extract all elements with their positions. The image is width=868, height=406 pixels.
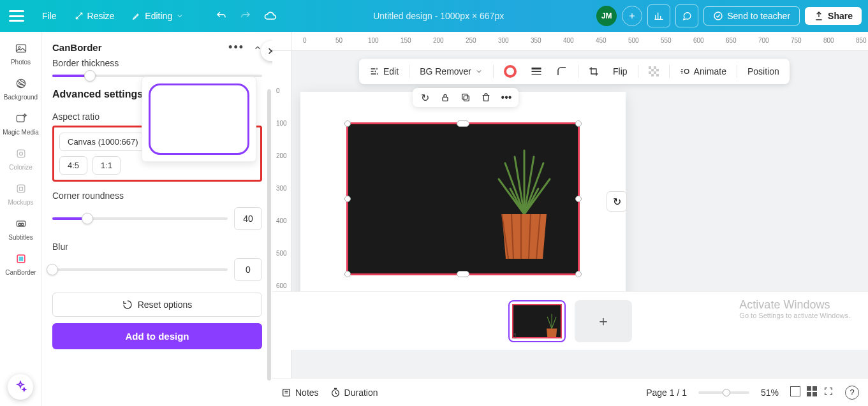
corner-value[interactable]: 40 — [234, 207, 262, 230]
selected-element[interactable] — [346, 122, 580, 275]
lock-icon — [440, 92, 450, 103]
blur-slider[interactable] — [52, 268, 228, 271]
thumb-preview — [513, 305, 561, 337]
duplicate-button[interactable] — [459, 91, 473, 105]
ratio-1-1[interactable]: 1:1 — [92, 156, 121, 175]
resize-handle[interactable] — [344, 271, 351, 277]
page-indicator[interactable]: Page 1 / 1 — [646, 388, 687, 398]
svg-rect-18 — [654, 71, 656, 74]
bg-remover-label: BG Remover — [420, 66, 471, 76]
blur-value[interactable]: 0 — [234, 258, 262, 281]
help-button[interactable]: ? — [845, 386, 859, 400]
send-to-teacher-button[interactable]: Send to teacher — [703, 6, 800, 25]
svg-rect-23 — [464, 96, 469, 101]
hatch-icon — [13, 76, 29, 91]
rail-background[interactable]: Background — [0, 72, 41, 105]
rail-magic-media[interactable]: Magic Media — [0, 107, 41, 140]
duration-button[interactable]: Duration — [330, 388, 378, 398]
redo-button[interactable] — [236, 6, 255, 25]
avatar[interactable]: JM — [596, 6, 617, 26]
check-circle-icon — [713, 11, 723, 21]
border-style-button[interactable] — [527, 64, 546, 78]
copy-icon — [460, 92, 471, 103]
resize-handle[interactable] — [457, 271, 469, 277]
rail-mockups[interactable]: Mockups — [0, 177, 41, 210]
canvas-area: 0501001502002503003504004505005506006507… — [272, 32, 868, 378]
color-swatch-icon — [504, 65, 517, 78]
editing-label: Editing — [145, 11, 172, 21]
delete-button[interactable] — [479, 91, 493, 105]
animate-button[interactable]: Animate — [676, 64, 730, 79]
position-button[interactable]: Position — [744, 64, 783, 79]
add-to-design-button[interactable]: Add to design — [52, 323, 262, 349]
crop-button[interactable] — [585, 64, 603, 79]
undo-button[interactable] — [212, 6, 231, 25]
lines-icon — [531, 67, 542, 76]
share-button[interactable]: Share — [805, 7, 862, 25]
mockup-icon — [13, 181, 29, 196]
redo-icon — [240, 10, 251, 22]
file-menu[interactable]: File — [36, 7, 63, 25]
border-color-button[interactable] — [500, 62, 520, 80]
rail-label: Subtitles — [8, 234, 33, 241]
panel-scrollbar[interactable] — [267, 89, 271, 381]
corner-slider-row: 40 — [52, 207, 262, 230]
bg-remover-button[interactable]: BG Remover — [416, 64, 487, 79]
flip-button[interactable]: Flip — [609, 64, 631, 79]
fullscreen-button[interactable] — [823, 386, 834, 398]
plant-image — [486, 144, 563, 268]
rail-label: Mockups — [8, 199, 33, 206]
view-grid-icon[interactable] — [807, 386, 817, 396]
chat-icon — [682, 11, 692, 21]
reset-button[interactable]: Reset options — [52, 293, 262, 317]
rail-canborder[interactable]: CanBorder — [0, 247, 41, 280]
windows-watermark: Activate Windows Go to Settings to activ… — [739, 298, 850, 319]
view-single-icon[interactable] — [790, 386, 800, 396]
menu-icon[interactable] — [9, 10, 24, 22]
corner-slider[interactable] — [52, 217, 228, 220]
panel-more-icon[interactable]: ••• — [228, 41, 244, 54]
resize-menu[interactable]: Resize — [68, 7, 121, 25]
corner-icon — [556, 66, 568, 77]
page-thumbnail[interactable]: 1 — [508, 300, 566, 342]
cloud-sync-button[interactable] — [260, 6, 281, 26]
insights-button[interactable] — [647, 4, 670, 27]
ratio-canvas[interactable]: Canvas (1000:667) — [59, 133, 147, 151]
rail-colorize[interactable]: Colorize — [0, 142, 41, 175]
rail-photos[interactable]: Photos — [0, 37, 41, 69]
resize-handle[interactable] — [575, 271, 582, 277]
mini-more-button[interactable]: ••• — [499, 91, 513, 105]
corner-style-button[interactable] — [552, 63, 571, 80]
resize-handle[interactable] — [344, 120, 351, 127]
comment-button[interactable] — [675, 4, 698, 27]
document-title[interactable]: Untitled design - 1000px × 667px — [286, 11, 591, 21]
resize-label: Resize — [87, 11, 115, 21]
zoom-value[interactable]: 51% — [761, 388, 779, 398]
crop-icon — [589, 66, 599, 76]
editing-dropdown[interactable]: Editing — [126, 7, 190, 25]
resize-handle[interactable] — [575, 120, 582, 127]
ratio-4-5[interactable]: 4:5 — [59, 156, 87, 175]
image-icon — [13, 41, 29, 56]
lock-button[interactable] — [438, 91, 452, 105]
svg-point-2 — [18, 47, 20, 48]
blur-slider-row: 0 — [52, 258, 262, 281]
refresh-canvas-button[interactable]: ↻ — [607, 191, 627, 212]
regenerate-button[interactable]: ↻ — [418, 91, 432, 105]
magic-button[interactable] — [8, 374, 33, 400]
page-number: 1 — [513, 333, 517, 340]
add-member-button[interactable] — [622, 6, 642, 26]
transparency-button[interactable] — [645, 64, 663, 79]
resize-handle[interactable] — [457, 120, 469, 127]
notes-button[interactable]: Notes — [281, 388, 319, 398]
add-page-button[interactable]: ＋ — [575, 300, 632, 342]
rail-subtitles[interactable]: CCSubtitles — [0, 212, 41, 245]
resize-handle[interactable] — [344, 196, 351, 202]
adjust-icon — [369, 66, 379, 76]
colorize-icon — [13, 146, 29, 161]
resize-handle[interactable] — [575, 196, 582, 202]
edit-button[interactable]: Edit — [365, 64, 402, 79]
zoom-slider[interactable] — [698, 391, 749, 394]
close-panel-button[interactable]: ✕ — [261, 41, 272, 61]
svg-rect-20 — [656, 74, 659, 76]
